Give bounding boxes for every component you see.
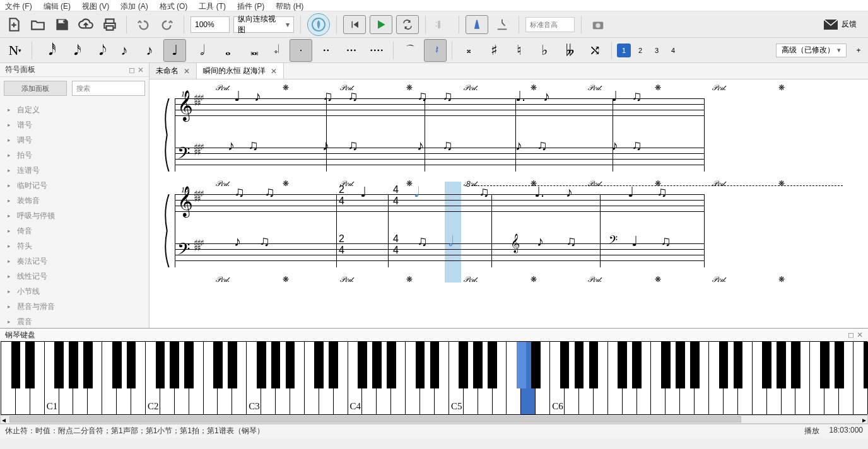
note-16th-icon[interactable]: 𝅘𝅥𝅮 xyxy=(88,39,110,62)
black-key[interactable] xyxy=(213,342,223,388)
black-key[interactable] xyxy=(112,342,122,388)
close-icon[interactable]: ✕ xyxy=(271,67,277,76)
black-key[interactable] xyxy=(864,342,868,388)
menu-help[interactable]: 帮助 (H) xyxy=(276,1,303,9)
black-key[interactable] xyxy=(473,342,483,388)
black-key[interactable] xyxy=(791,342,801,388)
tab[interactable]: 未命名✕ xyxy=(150,63,197,79)
rewind-button[interactable] xyxy=(343,15,366,34)
black-key[interactable] xyxy=(589,342,599,388)
palette-item[interactable]: 小节线 xyxy=(0,284,149,299)
pitch-input[interactable] xyxy=(525,17,575,32)
black-key[interactable] xyxy=(734,342,743,388)
black-key[interactable] xyxy=(560,342,570,388)
black-key[interactable] xyxy=(358,342,367,388)
black-key[interactable] xyxy=(372,342,382,388)
menu-edit[interactable]: 编辑 (E) xyxy=(44,1,71,9)
black-key[interactable] xyxy=(11,342,21,388)
play-button[interactable] xyxy=(370,15,392,34)
metronome-icon[interactable] xyxy=(466,15,488,34)
palette-search-input[interactable]: 搜索 xyxy=(72,81,145,96)
open-file-icon[interactable] xyxy=(28,15,48,35)
voice-1-button[interactable]: 1 xyxy=(617,44,631,57)
palette-item[interactable]: 震音 xyxy=(0,314,149,328)
palette-item[interactable]: 线性记号 xyxy=(0,269,149,284)
black-key[interactable] xyxy=(314,342,324,388)
triple-dot-icon[interactable]: ··· xyxy=(340,39,363,62)
black-key[interactable] xyxy=(286,342,295,388)
black-key[interactable] xyxy=(661,342,671,388)
note-entry-icon[interactable]: N▾ xyxy=(4,39,26,62)
black-key[interactable] xyxy=(156,342,165,388)
double-sharp-icon[interactable]: 𝄪 xyxy=(457,39,480,62)
palette-item[interactable]: 调号 xyxy=(0,132,149,148)
kb-close-icon[interactable]: ✕ xyxy=(857,330,863,339)
palette-item[interactable]: 倚音 xyxy=(0,223,149,238)
black-key[interactable] xyxy=(517,342,526,388)
tie-icon[interactable]: ⌒ xyxy=(399,39,421,62)
flat-icon[interactable]: ♭ xyxy=(533,39,556,62)
feedback-link[interactable]: 反馈 xyxy=(824,19,857,30)
note-quarter-icon[interactable]: ♩ xyxy=(163,39,186,62)
black-key[interactable] xyxy=(618,342,627,388)
black-key[interactable] xyxy=(820,342,830,388)
sharp-icon[interactable]: ♯ xyxy=(483,39,505,62)
redo-icon[interactable] xyxy=(157,15,177,35)
palette-item[interactable]: 装饰音 xyxy=(0,193,149,208)
note-32nd-icon[interactable]: 𝅘𝅥𝅯 xyxy=(62,39,85,62)
black-key[interactable] xyxy=(83,342,93,388)
piano-keyboard[interactable]: C1C2C3C4C5C6 xyxy=(1,341,867,415)
black-key[interactable] xyxy=(54,342,64,388)
black-key[interactable] xyxy=(416,342,425,388)
black-key[interactable] xyxy=(777,342,786,388)
rest-icon[interactable]: 𝄽 xyxy=(424,39,447,62)
loop-button[interactable] xyxy=(396,15,419,34)
black-key[interactable] xyxy=(531,342,541,388)
score-canvas[interactable]: 𝒫𝑒𝒹.𝒫𝑒𝒹.𝒫𝑒𝒹.𝒫𝑒𝒹.𝒫𝑒𝒹. 11 𝄞♯♯♯♯♯ ♩♪ ♫♫ ♫♫ … xyxy=(150,79,868,328)
palette-item[interactable]: 琶音与滑音 xyxy=(0,299,149,314)
black-key[interactable] xyxy=(271,342,281,388)
note-64th-icon[interactable]: 𝅘𝅥𝅰 xyxy=(37,39,60,62)
note-breve-icon[interactable]: 𝅜 xyxy=(239,39,262,62)
palette-item[interactable]: 连谱号 xyxy=(0,163,149,178)
flip-stem-icon[interactable]: ⤭ xyxy=(584,39,606,62)
add-palette-button[interactable]: 添加面板 xyxy=(4,81,67,96)
black-key[interactable] xyxy=(184,342,194,388)
black-key[interactable] xyxy=(25,342,35,388)
note-8th-b-icon[interactable]: ♪ xyxy=(138,39,161,62)
add-workspace-button[interactable]: + xyxy=(853,45,864,56)
black-key[interactable] xyxy=(257,342,266,388)
dot-icon[interactable]: · xyxy=(290,39,312,62)
sidebar-close-icon[interactable]: ✕ xyxy=(138,66,144,74)
black-key[interactable] xyxy=(430,342,440,388)
double-dot-icon[interactable]: ·· xyxy=(315,39,337,62)
workspace-dropdown[interactable]: 高级（已修改） xyxy=(776,44,847,57)
concert-pitch-icon[interactable] xyxy=(307,13,330,36)
menu-tools[interactable]: 工具 (T) xyxy=(199,1,226,9)
black-key[interactable] xyxy=(170,342,179,388)
palette-item[interactable]: 临时记号 xyxy=(0,178,149,193)
sidebar-undock-icon[interactable]: ◻ xyxy=(129,66,135,74)
print-icon[interactable] xyxy=(100,15,120,35)
black-key[interactable] xyxy=(69,342,78,388)
tab[interactable]: 瞬间的永恒 赵海洋✕ xyxy=(197,63,284,79)
cloud-save-icon[interactable] xyxy=(76,15,96,35)
voice-4-button[interactable]: 4 xyxy=(666,44,680,57)
note-longa-icon[interactable]: 𝆹𝅥 xyxy=(264,39,287,62)
close-icon[interactable]: ✕ xyxy=(184,67,190,76)
menu-file[interactable]: 文件 (F) xyxy=(5,1,32,9)
undo-icon[interactable] xyxy=(133,15,153,35)
view-mode-dropdown[interactable]: 纵向连续视图 xyxy=(233,16,294,33)
black-key[interactable] xyxy=(690,342,700,388)
menu-format[interactable]: 格式 (O) xyxy=(160,1,188,9)
zoom-input[interactable]: 100% xyxy=(191,16,230,33)
quad-dot-icon[interactable]: ···· xyxy=(365,39,388,62)
palette-item[interactable]: 呼吸与停顿 xyxy=(0,208,149,223)
repeat-toggle-icon[interactable]: :‖ xyxy=(432,15,452,35)
black-key[interactable] xyxy=(632,342,642,388)
black-key[interactable] xyxy=(575,342,584,388)
menu-add[interactable]: 添加 (A) xyxy=(120,1,148,9)
black-key[interactable] xyxy=(719,342,729,388)
note-whole-icon[interactable]: 𝅝 xyxy=(214,39,237,62)
palette-item[interactable]: 拍号 xyxy=(0,148,149,163)
